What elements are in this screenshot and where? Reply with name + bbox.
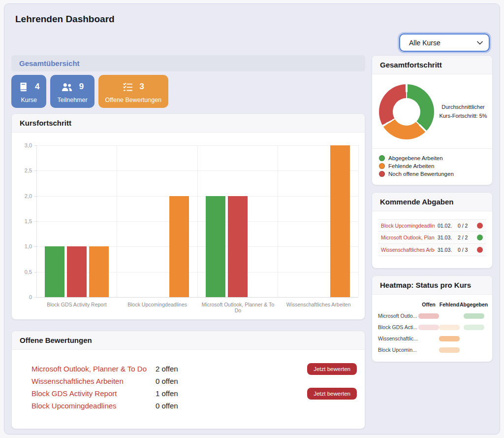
rate-now-button[interactable]: Jetzt bewerten (307, 363, 357, 375)
stat-courses-value: 4 (35, 82, 39, 92)
open-assessment-row: Wissenschaftliches Arbeiten0 offen (32, 375, 357, 387)
header: Lehrenden Dashboard Alle Kurse (11, 14, 493, 55)
heatmap-row-label: Wissenschaftlic... (378, 336, 418, 341)
open-count: 0 offen (156, 377, 220, 385)
status-dot-icon (477, 247, 483, 253)
rate-now-button[interactable]: Jetzt bewerten (307, 388, 357, 400)
legend-item: Fehlende Arbeiten (379, 163, 485, 169)
people-icon (61, 82, 73, 92)
bar (45, 246, 64, 297)
stat-participants-label: Teilnehmer (57, 97, 87, 103)
open-assessments-list: Microsoft Outlook, Planner & To Do2 offe… (12, 350, 365, 429)
upcoming-course-link[interactable]: Block Upcomingdeadlines (381, 223, 435, 229)
heatmap-column-header: Offen (418, 302, 439, 307)
status-dot-icon (477, 223, 483, 229)
open-count: 1 offen (156, 389, 220, 398)
heatmap-cell (464, 313, 484, 319)
stat-open-value: 3 (140, 82, 144, 92)
upcoming-row: Wissenschaftliches Arbei…31.03.0 / 3 (378, 244, 486, 256)
heatmap-row-label: Microsoft Outlo... (378, 313, 418, 319)
book-icon (18, 82, 29, 92)
checklist-icon (123, 82, 133, 92)
legend-dot-icon (379, 171, 385, 177)
open-assessments-title: Offene Bewertungen (12, 331, 365, 350)
legend-dot-icon (379, 163, 385, 169)
stat-card-participants[interactable]: 9 Teilnehmer (50, 75, 94, 108)
stat-courses-label: Kurse (21, 97, 37, 103)
bar (89, 246, 109, 297)
legend-item: Noch offene Bewertungen (379, 171, 485, 177)
chevron-down-icon (477, 41, 483, 45)
open-course-link[interactable]: Block Upcomingdeadlines (32, 402, 156, 410)
overall-progress-title: Gesamtfortschritt (372, 56, 492, 74)
stat-open-label: Offene Bewertungen (105, 97, 161, 103)
y-tick-label: 1,0 (25, 243, 32, 249)
stat-participants-value: 9 (79, 82, 84, 92)
donut-chart (379, 84, 434, 139)
stat-card-open-assessments[interactable]: 3 Offene Bewertungen (98, 75, 168, 108)
bar (228, 196, 248, 297)
heatmap-cell (418, 313, 439, 319)
overall-progress-panel: Gesamtfortschritt Durchschnittlicher Kur… (372, 55, 493, 185)
section-title-overview: Gesamtübersicht (11, 55, 365, 71)
y-tick-label: 0 (29, 294, 32, 300)
bar-group (37, 145, 117, 297)
open-assessment-row: Microsoft Outlook, Planner & To Do2 offe… (32, 363, 357, 375)
plot-area (36, 145, 359, 297)
upcoming-row: Microsoft Outlook, Plann…31.03.2 / 2 (378, 232, 486, 244)
upcoming-count: 0 / 2 (458, 223, 474, 229)
heatmap-title: Heatmap: Status pro Kurs (372, 276, 492, 295)
upcoming-course-link[interactable]: Wissenschaftliches Arbei… (381, 247, 435, 253)
open-course-link[interactable]: Wissenschaftliches Arbeiten (32, 377, 156, 385)
x-axis-label: Wissenschaftliches Arbeiten (278, 302, 359, 313)
bar-group (198, 145, 278, 297)
upcoming-course-link[interactable]: Microsoft Outlook, Plann… (381, 235, 435, 240)
bar-chart: 3,02,52,01,51,00,50 Block GDS Activity R… (12, 133, 365, 319)
open-course-link[interactable]: Block GDS Activity Report (32, 389, 156, 398)
course-filter-select[interactable]: Alle Kurse (399, 34, 490, 52)
heatmap-grid: OffenFehlendAbgegebenMicrosoft Outlo...B… (378, 302, 487, 353)
upcoming-date: 01.02. (438, 223, 455, 229)
heatmap-column-header: Fehlend (439, 302, 460, 307)
upcoming-table: Block Upcomingdeadlines01.02.0 / 2Micros… (372, 211, 492, 268)
upcoming-row: Block Upcomingdeadlines01.02.0 / 2 (378, 219, 486, 232)
open-count: 0 offen (156, 402, 220, 410)
y-tick-label: 1,5 (25, 218, 32, 224)
stat-card-courses[interactable]: 4 Kurse (11, 75, 46, 108)
progress-caption: Durchschnittlicher Kurs-Fortschritt: 5% (438, 103, 488, 120)
bar (206, 196, 225, 297)
open-assessments-panel: Offene Bewertungen Microsoft Outlook, Pl… (11, 331, 365, 429)
open-assessment-row: Block Upcomingdeadlines0 offen (32, 400, 357, 412)
upcoming-count: 0 / 3 (458, 247, 474, 253)
x-axis-label: Block GDS Activity Report (36, 302, 117, 313)
bar (330, 145, 350, 297)
x-axis-label: Microsoft Outlook, Planner & To Do (198, 302, 279, 313)
bar-group (278, 145, 358, 297)
y-tick-label: 2,0 (25, 193, 32, 199)
y-tick-label: 0,5 (25, 269, 32, 275)
status-dot-icon (477, 235, 483, 240)
open-assessment-row: Block GDS Activity Report1 offenJetzt be… (32, 387, 357, 400)
course-filter-value: Alle Kurse (409, 39, 441, 47)
y-axis: 3,02,52,01,51,00,50 (14, 145, 36, 297)
x-axis-label: Block Upcomingdeadlines (117, 302, 198, 313)
donut-legend: Abgegebene ArbeitenFehlende ArbeitenNoch… (372, 148, 492, 185)
bar-group (117, 145, 197, 297)
bar (169, 196, 189, 297)
stat-cards: 4 Kurse 9 Teilnehmer (11, 75, 365, 108)
page-title: Lehrenden Dashboard (15, 14, 493, 25)
heatmap-cell (439, 336, 460, 341)
heatmap-cell (464, 325, 484, 330)
upcoming-date: 31.03. (438, 235, 455, 240)
upcoming-date: 31.03. (438, 247, 455, 253)
heatmap-cell (418, 325, 439, 330)
legend-item: Abgegebene Arbeiten (379, 155, 485, 161)
open-count: 2 offen (156, 365, 220, 373)
open-course-link[interactable]: Microsoft Outlook, Planner & To Do (32, 365, 156, 373)
heatmap-column-header: Abgegeben (460, 302, 488, 307)
bar (67, 246, 87, 297)
y-tick-label: 2,5 (25, 168, 32, 173)
course-progress-panel: Kursfortschritt 3,02,52,01,51,00,50 Bloc… (11, 113, 365, 320)
heatmap-cell (439, 325, 460, 330)
heatmap-panel: Heatmap: Status pro Kurs OffenFehlendAbg… (372, 275, 493, 362)
